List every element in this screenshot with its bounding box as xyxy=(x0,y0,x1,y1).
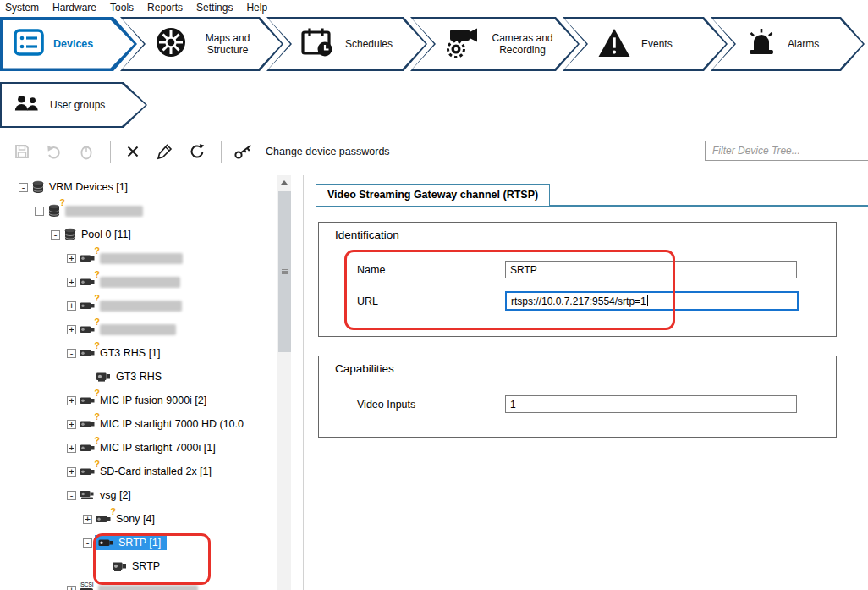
vrm-database-icon: ? xyxy=(47,204,61,218)
tree-node-srtp-channel-selected[interactable]: - SRTP [1] xyxy=(0,531,277,554)
scrollbar-thumb[interactable] xyxy=(278,191,291,352)
question-badge-icon: ? xyxy=(94,412,100,422)
tree-node-redacted[interactable]: + ? xyxy=(0,317,277,341)
tree-node-gt3-rhs-group[interactable]: - ? GT3 RHS [1] xyxy=(0,341,277,365)
menu-settings[interactable]: Settings xyxy=(196,2,233,14)
events-icon xyxy=(596,27,632,62)
text-cursor xyxy=(647,295,648,306)
encoder-icon: ? xyxy=(80,300,96,312)
encoder-icon: ? xyxy=(80,442,96,454)
undo-icon xyxy=(46,143,63,160)
identification-title: Identification xyxy=(319,223,836,241)
tree-node-vsg[interactable]: - vsg [2] xyxy=(0,483,277,507)
url-field-input[interactable]: rtsps://10.0.7.217:9554/srtp=1 xyxy=(505,291,799,311)
tab-user-groups[interactable]: User groups xyxy=(0,82,147,128)
tree-node-redacted[interactable]: + ? xyxy=(0,246,277,270)
tree-node-iscsi-partial[interactable]: + iSCSI xyxy=(0,578,277,590)
video-inputs-input[interactable]: 1 xyxy=(505,395,797,413)
expander-icon[interactable]: - xyxy=(67,491,76,500)
expander-icon[interactable]: - xyxy=(35,207,44,216)
question-badge-icon: ? xyxy=(94,270,100,279)
expander-icon[interactable]: + xyxy=(83,515,92,524)
capabilities-title: Capabilities xyxy=(319,356,836,375)
expander-icon[interactable]: + xyxy=(67,254,76,263)
expander-icon[interactable]: + xyxy=(67,444,76,453)
refresh-button[interactable] xyxy=(185,140,209,163)
maps-structure-icon xyxy=(154,25,188,63)
change-device-passwords-label[interactable]: Change device passwords xyxy=(266,146,390,157)
mouse-button[interactable] xyxy=(74,140,98,163)
tree-node-redacted[interactable]: + ? xyxy=(0,270,277,294)
main-nav-row-2: User groups xyxy=(0,82,147,128)
menu-help[interactable]: Help xyxy=(246,2,267,14)
tree-node-gt3-rhs-camera[interactable]: GT3 RHS xyxy=(0,365,277,389)
tree-node-srtp-camera[interactable]: SRTP xyxy=(0,554,277,578)
tree-node-mic-ip-starlight-7000i[interactable]: + ? MIC IP starlight 7000i [1] xyxy=(0,436,277,460)
undo-button[interactable] xyxy=(42,140,66,163)
main-nav-row-1: Devices xyxy=(0,17,865,71)
tab-devices-label: Devices xyxy=(53,38,93,51)
tree-node-vrm-devices[interactable]: - VRM Devices [1] xyxy=(0,175,277,199)
camera-icon xyxy=(112,560,128,572)
tree-node-sony[interactable]: + ? Sony [4] xyxy=(0,507,277,531)
expander-icon[interactable]: + xyxy=(67,278,76,287)
redacted-label xyxy=(100,301,182,312)
question-badge-icon: ? xyxy=(94,436,100,445)
expander-icon[interactable]: + xyxy=(67,325,76,334)
tab-cameras-and-recording[interactable]: Cameras and Recording xyxy=(410,17,580,71)
expander-icon[interactable]: - xyxy=(83,538,92,548)
tree-node-redacted[interactable]: - ? xyxy=(0,199,277,223)
tab-maps-and-structure[interactable]: Maps and Structure xyxy=(120,17,283,71)
redacted-label xyxy=(98,585,198,590)
vrm-database-icon xyxy=(31,180,45,194)
change-device-passwords-button[interactable] xyxy=(232,140,255,163)
expander-icon[interactable]: + xyxy=(67,301,76,311)
encoder-icon: ? xyxy=(80,418,96,430)
toolbar-separator xyxy=(110,141,111,163)
tree-node-mic-ip-starlight-7000hd[interactable]: + ? MIC IP starlight 7000 HD (10.0 xyxy=(0,412,277,436)
question-badge-icon: ? xyxy=(94,294,100,303)
camera-icon xyxy=(96,371,112,383)
tab-alarms[interactable]: Alarms xyxy=(711,17,865,71)
cameras-recording-icon xyxy=(444,26,481,62)
tab-events[interactable]: Events xyxy=(563,17,728,71)
tab-maps-label: Maps and Structure xyxy=(197,32,258,57)
user-groups-icon xyxy=(14,94,41,116)
question-badge-icon: ? xyxy=(110,507,116,516)
tree-scrollbar[interactable] xyxy=(277,175,291,590)
expander-icon[interactable]: + xyxy=(67,396,76,405)
name-field-input[interactable]: SRTP xyxy=(505,261,797,278)
tab-vsg-channel-rtsp[interactable]: Video Streaming Gateway channel (RTSP) xyxy=(316,184,550,207)
tab-devices[interactable]: Devices xyxy=(0,17,137,71)
menu-system[interactable]: System xyxy=(5,2,39,14)
expander-icon[interactable]: + xyxy=(67,467,76,477)
question-badge-icon: ? xyxy=(59,198,65,207)
bvms-configuration-window: System Hardware Tools Reports Settings H… xyxy=(0,0,868,590)
menu-reports[interactable]: Reports xyxy=(147,2,183,14)
expander-icon[interactable]: - xyxy=(67,349,76,358)
tree-node-redacted[interactable]: + ? xyxy=(0,294,277,317)
expander-icon[interactable]: + xyxy=(67,420,76,429)
redacted-label xyxy=(65,206,143,217)
refresh-icon xyxy=(189,143,206,160)
name-field-label: Name xyxy=(357,264,505,276)
expander-icon[interactable]: - xyxy=(19,183,28,192)
selected-tree-node-highlight[interactable]: SRTP [1] xyxy=(95,535,167,550)
menu-hardware[interactable]: Hardware xyxy=(52,2,96,14)
tab-schedules[interactable]: Schedules xyxy=(266,17,427,71)
save-button[interactable] xyxy=(10,140,34,163)
expander-icon[interactable]: + xyxy=(67,586,76,590)
video-streaming-gateway-icon xyxy=(80,489,96,501)
tree-node-sd-card[interactable]: + ? SD-Card installed 2x [1] xyxy=(0,460,277,483)
tree-node-pool-0[interactable]: - Pool 0 [11] xyxy=(0,223,277,246)
scroll-up-button[interactable] xyxy=(277,175,291,190)
tree-node-mic-ip-fusion[interactable]: + ? MIC IP fusion 9000i [2] xyxy=(0,389,277,412)
menubar: System Hardware Tools Reports Settings H… xyxy=(0,0,868,15)
question-badge-icon: ? xyxy=(94,460,100,469)
mouse-icon xyxy=(79,143,94,160)
delete-button[interactable] xyxy=(121,140,145,163)
expander-icon[interactable]: - xyxy=(51,230,60,240)
filter-device-tree-input[interactable] xyxy=(705,141,868,161)
edit-button[interactable] xyxy=(153,140,177,163)
menu-tools[interactable]: Tools xyxy=(110,2,134,14)
